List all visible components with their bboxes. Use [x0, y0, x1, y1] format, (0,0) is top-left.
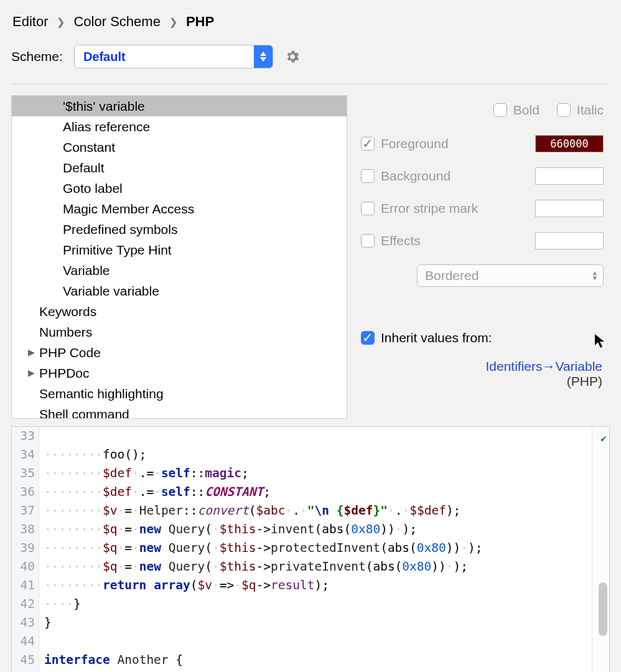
tree-item[interactable]: ▶Variable [12, 260, 347, 281]
tree-item-label: Numbers [39, 322, 92, 342]
background-label: Background [381, 169, 451, 184]
tree-item[interactable]: ▶Goto label [12, 178, 347, 198]
tree-item[interactable]: ▶Shell command [12, 404, 347, 419]
effects-swatch[interactable] [535, 232, 604, 250]
tree-item[interactable]: ▶Semantic highlighting [12, 383, 347, 404]
tree-item-label: Default [63, 157, 105, 178]
tree-item[interactable]: ▶'$this' variable [12, 96, 347, 116]
breadcrumb: Editor ❯ Color Scheme ❯ PHP [11, 11, 610, 45]
tree-item-label: Keywords [39, 301, 96, 322]
effects-type-select[interactable]: Bordered ▲▼ [417, 264, 604, 287]
scheme-row: Scheme: Default [11, 45, 610, 83]
tree-item-label: Primitive Type Hint [63, 240, 172, 260]
expand-icon[interactable]: ▶ [23, 342, 39, 363]
checkbox-icon: ✓ [361, 137, 375, 151]
inspection-ok-icon: ✔ [600, 429, 607, 448]
effects-type-value: Bordered [425, 268, 479, 283]
tree-item[interactable]: ▶Variable variable [12, 281, 347, 301]
tree-item-label: Magic Member Access [63, 198, 194, 219]
breadcrumb-editor[interactable]: Editor [12, 14, 48, 30]
foreground-checkbox[interactable]: ✓ Foreground [361, 136, 449, 151]
effects-checkbox[interactable]: Effects [361, 233, 421, 248]
tree-item[interactable]: ▶PHPDoc [12, 363, 347, 383]
element-tree[interactable]: ▶'$this' variable▶Alias reference▶Consta… [11, 95, 347, 419]
inherit-checkbox[interactable]: ✓ Inherit values from: [361, 330, 492, 345]
checkbox-icon [493, 103, 507, 117]
tree-item-label: Constant [63, 137, 115, 157]
bold-checkbox[interactable]: Bold [493, 103, 539, 118]
scheme-select-value: Default [75, 50, 134, 64]
italic-checkbox[interactable]: Italic [557, 103, 604, 118]
gear-icon[interactable] [284, 49, 301, 65]
tree-item[interactable]: ▶Numbers [12, 322, 347, 342]
scheme-label: Scheme: [11, 49, 63, 64]
background-checkbox[interactable]: Background [361, 169, 451, 184]
tree-item-label: PHPDoc [39, 363, 90, 383]
code-area: ········foo(); ········$def·.=·self::mag… [39, 427, 592, 672]
tree-item[interactable]: ▶Keywords [12, 301, 347, 322]
tree-item[interactable]: ▶Default [12, 157, 347, 178]
tree-item[interactable]: ▶Constant [12, 137, 347, 157]
foreground-label: Foreground [381, 136, 449, 151]
svg-marker-1 [260, 57, 266, 62]
error-stripe: ✔ [592, 427, 609, 672]
svg-marker-0 [260, 52, 266, 56]
breadcrumb-php: PHP [186, 14, 214, 30]
checkbox-icon [557, 103, 571, 117]
attribute-panel: Bold Italic ✓ Foreground 660000 Backgrou… [361, 95, 610, 419]
checkbox-icon [361, 169, 375, 183]
tree-item-label: Shell command [39, 404, 129, 419]
checkbox-icon [361, 234, 375, 248]
tree-item-label: PHP Code [39, 342, 101, 363]
bold-label: Bold [513, 103, 539, 118]
expand-icon[interactable]: ▶ [23, 363, 39, 383]
up-down-arrows-icon: ▲▼ [592, 271, 598, 281]
error-stripe-swatch[interactable] [535, 200, 604, 217]
tree-item[interactable]: ▶Primitive Type Hint [12, 240, 347, 260]
inherit-link[interactable]: Identifiers→Variable [485, 359, 602, 373]
effects-label: Effects [381, 233, 421, 248]
up-down-arrows-icon [254, 45, 273, 68]
tree-item-label: Semantic highlighting [39, 383, 164, 404]
tree-item-label: '$this' variable [63, 96, 145, 116]
error-stripe-label: Error stripe mark [381, 201, 478, 216]
tree-item[interactable]: ▶Alias reference [12, 116, 347, 137]
tree-item[interactable]: ▶PHP Code [12, 342, 347, 363]
scrollbar-thumb[interactable] [599, 582, 607, 636]
scheme-select[interactable]: Default [74, 45, 273, 68]
error-stripe-checkbox[interactable]: Error stripe mark [361, 201, 478, 216]
inherit-context: (PHP) [567, 374, 602, 388]
tree-item-label: Variable [63, 260, 110, 281]
tree-item-label: Variable variable [63, 281, 159, 301]
chevron-right-icon: ❯ [169, 16, 177, 28]
gutter: 33 34 35 36 37 38 39 40 41 42 43 44 45 [12, 427, 39, 672]
background-swatch[interactable] [535, 167, 604, 185]
tree-item[interactable]: ▶Magic Member Access [12, 198, 347, 219]
tree-item-label: Goto label [63, 178, 123, 198]
checkbox-icon: ✓ [361, 331, 375, 345]
tree-item-label: Alias reference [63, 116, 150, 137]
breadcrumb-color-scheme[interactable]: Color Scheme [73, 14, 160, 30]
checkbox-icon [361, 202, 375, 215]
foreground-swatch[interactable]: 660000 [535, 135, 604, 152]
italic-label: Italic [577, 103, 604, 118]
inherit-label: Inherit values from: [381, 330, 492, 345]
tree-item-label: Predefined symbols [63, 219, 177, 240]
code-preview[interactable]: 33 34 35 36 37 38 39 40 41 42 43 44 45 ·… [11, 426, 610, 672]
tree-item[interactable]: ▶Predefined symbols [12, 219, 347, 240]
chevron-right-icon: ❯ [57, 16, 65, 28]
